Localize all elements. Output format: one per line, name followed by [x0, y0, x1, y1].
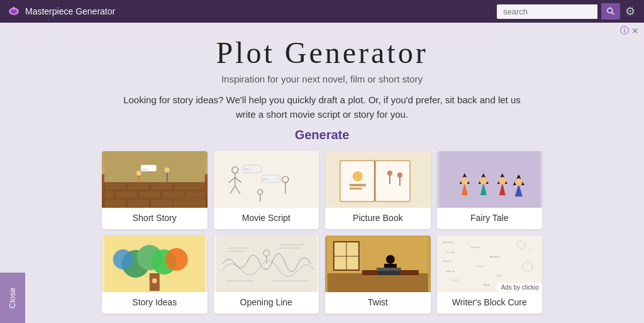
grid-item-twist[interactable]: Twist: [325, 235, 431, 314]
fairy-tale-image: [437, 151, 543, 208]
svg-text:dialogue: dialogue: [477, 265, 484, 268]
grid-item-opening-line[interactable]: Opening Line: [214, 235, 319, 314]
svg-rect-42: [375, 161, 410, 201]
grid-item-fairy-tale[interactable]: Fairy Tale: [437, 151, 543, 229]
svg-text:plot...: plot...: [262, 178, 269, 181]
svg-marker-2: [13, 6, 15, 9]
svg-point-60: [498, 177, 506, 184]
navbar-right: ⚙: [497, 3, 636, 20]
svg-point-44: [353, 171, 363, 181]
movie-script-label: Movie Script: [214, 208, 319, 223]
close-bar[interactable]: Close: [0, 273, 25, 323]
opening-line-image: [214, 235, 319, 292]
grid: story... Short Story: [102, 151, 542, 314]
svg-rect-51: [439, 151, 540, 208]
search-button[interactable]: [601, 3, 620, 20]
svg-rect-82: [328, 273, 428, 292]
svg-text:plot twist: plot twist: [489, 255, 499, 258]
page-subtitle: Inspiration for your next novel, film or…: [52, 74, 592, 84]
svg-point-57: [479, 177, 487, 184]
svg-point-3: [608, 8, 613, 13]
svg-text:scene set: scene set: [445, 269, 455, 273]
ad-close-icon[interactable]: ✕: [631, 26, 639, 37]
navbar: Masterpiece Generator ⚙: [0, 0, 644, 23]
short-story-image: story...: [102, 151, 208, 208]
twist-image: [325, 235, 431, 292]
svg-line-4: [612, 13, 614, 15]
svg-point-54: [460, 177, 468, 184]
svg-point-88: [386, 255, 395, 264]
svg-point-70: [113, 249, 133, 269]
brand[interactable]: Masterpiece Generator: [8, 5, 115, 18]
picture-book-image: [325, 151, 431, 208]
svg-point-63: [514, 178, 522, 186]
generate-label: Generate: [52, 128, 592, 142]
grid-item-short-story[interactable]: story... Short Story: [102, 151, 208, 229]
story-ideas-image: [102, 235, 208, 292]
grid-item-picture-book[interactable]: Picture Book: [325, 151, 431, 229]
svg-text:story...: story...: [142, 167, 149, 171]
svg-rect-6: [104, 183, 205, 208]
opening-line-label: Opening Line: [214, 292, 319, 307]
svg-rect-45: [350, 184, 366, 186]
grid-item-story-ideas[interactable]: Story Ideas: [102, 235, 208, 314]
svg-rect-46: [350, 188, 362, 190]
picture-book-label: Picture Book: [325, 208, 431, 223]
fairy-tale-label: Fairy Tale: [437, 208, 543, 223]
movie-script-image: hello... plot...: [214, 151, 319, 208]
svg-point-49: [397, 173, 402, 178]
svg-text:ideas flow...: ideas flow...: [442, 241, 454, 244]
main-content: Plot Generator Inspiration for your next…: [39, 23, 605, 323]
brand-name: Masterpiece Generator: [25, 6, 115, 16]
ad-controls: ⓘ ✕: [620, 25, 639, 37]
svg-point-21: [165, 167, 170, 173]
writers-block-cure-label: Writer's Block Cure: [437, 292, 543, 307]
svg-text:theme: theme: [483, 283, 489, 286]
ad-badge: Ads by clickio: [497, 283, 542, 292]
svg-text:ending...: ending...: [496, 275, 503, 277]
svg-text:hello...: hello...: [243, 167, 251, 171]
info-icon[interactable]: ⓘ: [620, 25, 629, 37]
grid-item-writers-block-cure[interactable]: ideas flow... write more story draft plo…: [437, 235, 543, 314]
search-input[interactable]: [497, 4, 597, 19]
close-label: Close: [8, 287, 18, 308]
svg-point-71: [152, 278, 157, 283]
twist-label: Twist: [325, 292, 431, 307]
brand-icon: [8, 5, 20, 18]
svg-rect-90: [378, 270, 400, 275]
svg-text:write more: write more: [470, 246, 480, 249]
svg-point-1: [11, 9, 17, 14]
svg-point-47: [387, 171, 392, 176]
svg-point-19: [136, 171, 142, 176]
short-story-label: Short Story: [102, 208, 208, 223]
svg-text:story draft: story draft: [445, 251, 455, 254]
settings-button[interactable]: ⚙: [624, 4, 636, 18]
svg-rect-91: [377, 268, 401, 271]
page-description: Looking for story ideas? We'll help you …: [121, 93, 523, 122]
svg-point-69: [165, 248, 188, 271]
svg-text:conflict: conflict: [452, 279, 458, 281]
svg-text:characters: characters: [442, 260, 452, 263]
search-icon: [606, 7, 615, 16]
story-ideas-label: Story Ideas: [102, 292, 208, 307]
grid-item-movie-script[interactable]: hello... plot... Movie Script: [214, 151, 319, 229]
page-title: Plot Generator: [52, 35, 592, 70]
